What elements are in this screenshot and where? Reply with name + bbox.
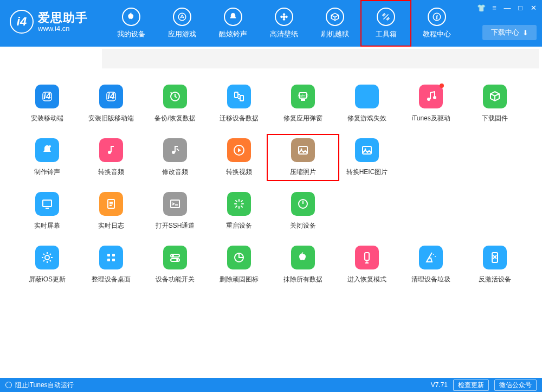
phone-down-icon <box>355 246 379 269</box>
tool-屏蔽iOS更新[interactable]: 屏蔽iOS更新 <box>15 246 79 284</box>
tool-转换视频[interactable]: 转换视频 <box>207 138 271 177</box>
grid-icon <box>99 246 123 269</box>
svg-point-39 <box>172 255 174 257</box>
loading-icon <box>227 192 251 216</box>
svg-rect-36 <box>107 259 110 261</box>
svg-point-44 <box>433 254 434 255</box>
menu-icon[interactable]: ≡ <box>489 3 500 12</box>
tool-打开SSH通道[interactable]: 打开SSH通道 <box>143 192 207 230</box>
nav-appstore[interactable]: 应用游戏 <box>157 0 208 47</box>
download-center-button[interactable]: 下载中心 ⬇ <box>482 25 537 40</box>
tool-迁移设备数据[interactable]: 迁移设备数据 <box>207 85 271 123</box>
tool-删除顽固图标[interactable]: 删除顽固图标 <box>207 246 271 284</box>
content-area: i4安装移动端i4安装旧版移动端备份/恢复数据迁移设备数据Apple ID修复应… <box>0 80 542 378</box>
statusbar: 阻止iTunes自动运行 V7.71 检查更新 微信公众号 <box>0 378 542 392</box>
gear-icon <box>35 246 59 269</box>
tool-反激活设备[interactable]: 反激活设备 <box>463 246 527 284</box>
main-nav: 我的设备应用游戏酷炫铃声高清壁纸刷机越狱工具箱i教程中心 <box>106 0 462 47</box>
play-icon <box>227 138 251 162</box>
tool-修复应用弹窗[interactable]: Apple ID修复应用弹窗 <box>271 85 335 123</box>
tool-修复游戏失效[interactable]: 修复游戏失效 <box>335 85 399 123</box>
appstore-icon <box>355 85 379 108</box>
transfer-icon <box>227 85 251 108</box>
tools-icon <box>377 8 395 26</box>
svg-rect-43 <box>365 253 369 260</box>
tools-grid: i4安装移动端i4安装旧版移动端备份/恢复数据迁移设备数据Apple ID修复应… <box>15 85 527 284</box>
apple-icon <box>122 8 140 26</box>
svg-point-41 <box>176 259 178 261</box>
version-label: V7.71 <box>431 381 448 389</box>
svg-point-5 <box>286 16 288 18</box>
tool-整理设备桌面[interactable]: 整理设备桌面 <box>79 246 143 284</box>
tool-实时日志[interactable]: 实时日志 <box>79 192 143 230</box>
wechat-button[interactable]: 微信公众号 <box>494 380 537 391</box>
doc-icon <box>99 192 123 216</box>
tool-安装移动端[interactable]: i4安装移动端 <box>15 85 79 123</box>
check-update-button[interactable]: 检查更新 <box>453 380 489 391</box>
svg-text:Apple ID: Apple ID <box>298 94 308 97</box>
svg-rect-17 <box>301 99 305 101</box>
monitor-icon <box>35 192 59 216</box>
nav-bell[interactable]: 酷炫铃声 <box>208 0 259 47</box>
info-icon: i <box>428 8 446 26</box>
logo: i4 爱思助手 www.i4.cn <box>0 0 106 34</box>
nav-box[interactable]: 刷机越狱 <box>309 0 360 47</box>
tool-压缩照片[interactable]: 压缩照片 <box>271 138 335 177</box>
svg-text:i4: i4 <box>107 92 114 101</box>
tool-关闭设备[interactable]: 关闭设备 <box>271 192 335 230</box>
tool-重启设备[interactable]: 重启设备 <box>207 192 271 230</box>
restore-icon <box>163 85 187 108</box>
logo-icon: i4 <box>10 10 34 34</box>
power-icon <box>291 192 315 216</box>
audio-edit-icon <box>163 138 187 162</box>
tool-备份/恢复数据[interactable]: 备份/恢复数据 <box>143 85 207 123</box>
titlebar: i4 爱思助手 www.i4.cn 我的设备应用游戏酷炫铃声高清壁纸刷机越狱工具… <box>0 0 542 47</box>
svg-rect-13 <box>235 92 238 98</box>
svg-text:i: i <box>436 14 438 20</box>
audio-icon <box>99 138 123 162</box>
tool-设备功能开关[interactable]: 设备功能开关 <box>143 246 207 284</box>
tool-修改音频[interactable]: 修改音频 <box>143 138 207 177</box>
svg-rect-14 <box>240 95 243 101</box>
tool-清理设备垃圾[interactable]: 清理设备垃圾 <box>399 246 463 284</box>
svg-point-3 <box>283 18 285 21</box>
app-name: 爱思助手 <box>38 12 88 24</box>
bell2-icon <box>35 138 59 162</box>
nav-apple[interactable]: 我的设备 <box>106 0 157 47</box>
music-icon <box>419 85 443 108</box>
svg-point-45 <box>435 256 436 257</box>
tool-制作铃声[interactable]: 制作铃声 <box>15 138 79 177</box>
cube-icon <box>483 85 507 108</box>
svg-point-1 <box>283 16 286 18</box>
tool-iTunes及驱动[interactable]: iTunes及驱动 <box>399 85 463 123</box>
image-icon <box>355 138 379 162</box>
skin-icon[interactable]: 👕 <box>476 3 487 12</box>
minimize-button[interactable]: — <box>502 3 513 12</box>
sub-toolbar <box>102 49 539 68</box>
broom-icon <box>419 246 443 269</box>
appleid-icon: Apple ID <box>291 85 315 108</box>
tool-转换音频[interactable]: 转换音频 <box>79 138 143 177</box>
nav-tools[interactable]: 工具箱 <box>360 0 411 47</box>
tool-安装旧版移动端[interactable]: i4安装旧版移动端 <box>79 85 143 123</box>
svg-point-4 <box>281 16 283 18</box>
tool-下载固件[interactable]: 下载固件 <box>463 85 527 123</box>
svg-point-33 <box>45 255 49 260</box>
nav-flower[interactable]: 高清壁纸 <box>259 0 309 47</box>
notification-dot <box>440 83 444 88</box>
tool-抹除所有数据[interactable]: 抹除所有数据 <box>271 246 335 284</box>
svg-point-21 <box>49 145 51 147</box>
app-url: www.i4.cn <box>38 25 88 32</box>
apple-icon <box>291 246 315 269</box>
svg-point-2 <box>283 14 285 16</box>
svg-rect-29 <box>43 200 51 207</box>
tool-进入恢复模式[interactable]: 进入恢复模式 <box>335 246 399 284</box>
maximize-button[interactable]: □ <box>515 3 526 12</box>
close-button[interactable]: ✕ <box>528 3 539 12</box>
image-icon <box>291 138 315 162</box>
tool-转换HEIC图片[interactable]: 转换HEIC图片 <box>335 138 399 177</box>
tool-实时屏幕[interactable]: 实时屏幕 <box>15 192 79 230</box>
status-icon <box>5 382 12 388</box>
block-itunes-toggle[interactable]: 阻止iTunes自动运行 <box>15 381 74 390</box>
nav-info[interactable]: i教程中心 <box>411 0 462 47</box>
